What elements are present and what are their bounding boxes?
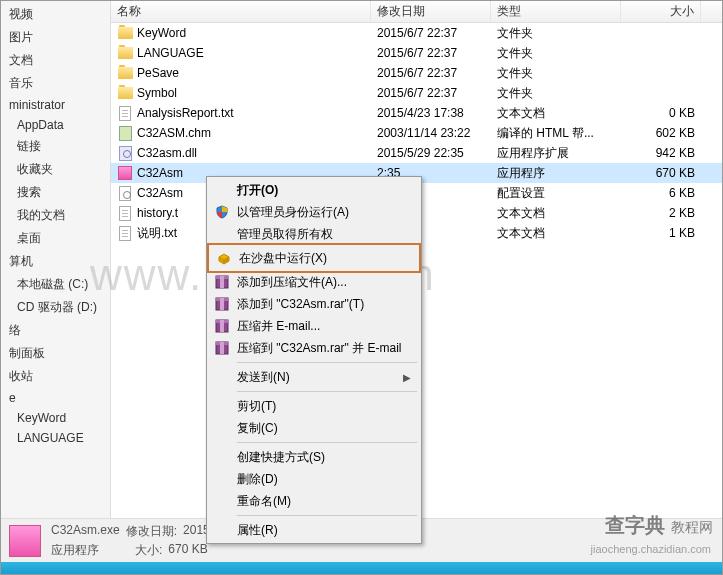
menu-send-to[interactable]: 发送到(N)▶ [209,366,419,388]
sidebar-item[interactable]: CD 驱动器 (D:) [1,296,110,319]
sidebar-item[interactable]: e [1,388,110,408]
status-size-value: 670 KB [168,542,207,559]
file-type: 应用程序 [491,165,621,182]
file-size: 942 KB [621,146,701,160]
file-type: 文件夹 [491,65,621,82]
status-filename: C32Asm.exe [51,523,120,540]
file-size: 6 KB [621,186,701,200]
file-name: AnalysisReport.txt [137,106,234,120]
sidebar-item[interactable]: 文档 [1,49,110,72]
file-name: history.t [137,206,178,220]
sidebar-item[interactable]: 本地磁盘 (C:) [1,273,110,296]
file-size: 670 KB [621,166,701,180]
sidebar: 视频 图片 文档 音乐 ministrator AppData 链接 收藏夹 搜… [1,1,111,518]
menu-properties[interactable]: 属性(R) [209,519,419,541]
status-type: 应用程序 [51,542,99,559]
file-type: 文件夹 [491,25,621,42]
taskbar [1,562,722,574]
file-row[interactable]: AnalysisReport.txt2015/4/23 17:38文本文档0 K… [111,103,722,123]
sidebar-item[interactable]: AppData [1,115,110,135]
txt-icon [117,105,133,121]
menu-copy[interactable]: 复制(C) [209,417,419,439]
menu-separator [237,442,417,443]
sidebar-item[interactable]: 收站 [1,365,110,388]
menu-create-shortcut[interactable]: 创建快捷方式(S) [209,446,419,468]
sidebar-item[interactable]: 我的文档 [1,204,110,227]
menu-delete[interactable]: 删除(D) [209,468,419,490]
menu-open[interactable]: 打开(O) [209,179,419,201]
sidebar-item[interactable]: 收藏夹 [1,158,110,181]
col-name[interactable]: 名称 [111,1,371,22]
file-size: 2 KB [621,206,701,220]
rar-icon [213,295,231,313]
sandbox-icon [215,249,233,267]
rar-icon [213,339,231,357]
rar-icon [213,317,231,335]
col-size[interactable]: 大小 [621,1,701,22]
sidebar-item[interactable]: 图片 [1,26,110,49]
svg-rect-2 [220,276,224,288]
menu-rename[interactable]: 重命名(M) [209,490,419,512]
shield-icon [213,203,231,221]
sidebar-item[interactable]: 音乐 [1,72,110,95]
col-type[interactable]: 类型 [491,1,621,22]
file-row[interactable]: C32ASM.chm2003/11/14 23:22编译的 HTML 帮...6… [111,123,722,143]
svg-rect-11 [220,342,224,354]
file-name: C32asm.dll [137,146,197,160]
sidebar-item[interactable]: 视频 [1,3,110,26]
file-name: KeyWord [137,26,186,40]
file-row[interactable]: KeyWord2015/6/7 22:37文件夹 [111,23,722,43]
menu-separator [237,362,417,363]
txt-icon [117,205,133,221]
file-name: C32ASM.chm [137,126,211,140]
col-date[interactable]: 修改日期 [371,1,491,22]
file-name: C32Asm [137,186,183,200]
file-name: LANGUAGE [137,46,204,60]
rar-icon [213,273,231,291]
sidebar-item[interactable]: 算机 [1,250,110,273]
menu-separator [237,515,417,516]
file-size: 1 KB [621,226,701,240]
sidebar-item[interactable]: ministrator [1,95,110,115]
menu-cut[interactable]: 剪切(T) [209,395,419,417]
file-date: 2015/6/7 22:37 [371,26,491,40]
file-type: 文本文档 [491,205,621,222]
chm-icon [117,125,133,141]
folder-icon [117,85,133,101]
menu-run-as-admin[interactable]: 以管理员身份运行(A) [209,201,419,223]
file-type: 文本文档 [491,225,621,242]
svg-rect-5 [220,298,224,310]
file-date: 2003/11/14 23:22 [371,126,491,140]
sidebar-item[interactable]: LANGUAGE [1,428,110,448]
file-name: PeSave [137,66,179,80]
column-header: 名称 修改日期 类型 大小 [111,1,722,23]
menu-compress-rar-email[interactable]: 压缩到 "C32Asm.rar" 并 E-mail [209,337,419,359]
file-row[interactable]: Symbol2015/6/7 22:37文件夹 [111,83,722,103]
exe-icon [117,165,133,181]
dll-icon [117,145,133,161]
file-type: 编译的 HTML 帮... [491,125,621,142]
menu-take-ownership[interactable]: 管理员取得所有权 [209,223,419,245]
menu-separator [237,391,417,392]
svg-rect-8 [220,320,224,332]
file-row[interactable]: C32asm.dll2015/5/29 22:35应用程序扩展942 KB [111,143,722,163]
sidebar-item[interactable]: 制面板 [1,342,110,365]
file-type: 配置设置 [491,185,621,202]
menu-compress-email[interactable]: 压缩并 E-mail... [209,315,419,337]
sidebar-item[interactable]: 搜索 [1,181,110,204]
sidebar-item[interactable]: KeyWord [1,408,110,428]
file-row[interactable]: LANGUAGE2015/6/7 22:37文件夹 [111,43,722,63]
menu-add-to-archive[interactable]: 添加到压缩文件(A)... [209,271,419,293]
sidebar-item[interactable]: 链接 [1,135,110,158]
file-type: 文件夹 [491,85,621,102]
sidebar-item[interactable]: 桌面 [1,227,110,250]
context-menu: 打开(O) 以管理员身份运行(A) 管理员取得所有权 在沙盘中运行(X) 添加到… [206,176,422,544]
file-name: Symbol [137,86,177,100]
file-row[interactable]: PeSave2015/6/7 22:37文件夹 [111,63,722,83]
ini-icon [117,185,133,201]
menu-add-to-rar[interactable]: 添加到 "C32Asm.rar"(T) [209,293,419,315]
file-size: 0 KB [621,106,701,120]
menu-run-in-sandbox[interactable]: 在沙盘中运行(X) [211,247,417,269]
file-type: 应用程序扩展 [491,145,621,162]
sidebar-item[interactable]: 络 [1,319,110,342]
